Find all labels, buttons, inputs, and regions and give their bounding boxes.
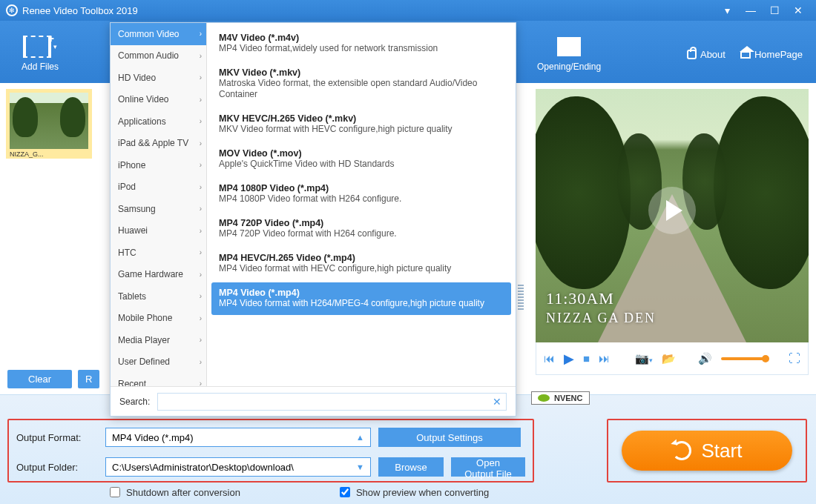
format-item[interactable]: MP4 HEVC/H.265 Video (*.mp4)MP4 Video fo… (211, 248, 511, 280)
format-item[interactable]: MP4 1080P Video (*.mp4)MP4 1080P Video f… (211, 178, 511, 210)
format-category-item[interactable]: Recent› (111, 373, 206, 386)
thumbnail-image (10, 93, 88, 149)
format-category-item[interactable]: Game Hardware› (111, 264, 206, 286)
opening-ending-icon (557, 37, 581, 56)
opening-ending-label: Opening/Ending (537, 62, 601, 72)
app-logo-icon: ✻ (6, 4, 18, 16)
format-category-item[interactable]: HD Video› (111, 67, 206, 89)
format-category-item[interactable]: Samsung› (111, 198, 206, 220)
opening-ending-button[interactable]: Opening/Ending (537, 32, 601, 72)
output-folder-label: Output Folder: (16, 462, 98, 473)
start-button[interactable]: Start (622, 431, 792, 471)
browse-button[interactable]: Browse (378, 457, 444, 477)
play-overlay-icon[interactable] (648, 187, 696, 234)
add-files-button[interactable]: +▾ Add Files (10, 32, 70, 72)
clear-search-icon[interactable]: ✕ (493, 396, 501, 408)
nvenc-badge: NVENC (531, 391, 590, 405)
stop-icon[interactable]: ■ (583, 352, 590, 365)
video-preview[interactable]: 11:30AM NIZZA GA DEN (536, 89, 809, 342)
remove-button[interactable]: R (78, 370, 99, 388)
preview-panel: 11:30AM NIZZA GA DEN ⏮ ▶ ■ ⏭ 📷▾ 📂 🔊 ⛶ (533, 83, 816, 394)
show-preview-checkbox[interactable]: Show preview when converting (337, 485, 489, 500)
next-icon[interactable]: ⏭ (599, 352, 610, 365)
output-format-label: Output Format: (16, 432, 98, 443)
homepage-link[interactable]: HomePage (740, 49, 803, 60)
lock-icon (687, 50, 697, 59)
splitter-handle[interactable] (518, 285, 524, 310)
refresh-icon (672, 441, 691, 460)
shutdown-checkbox[interactable]: Shutdown after conversion (107, 485, 240, 500)
format-category-item[interactable]: Applications› (111, 110, 206, 133)
about-link[interactable]: About (687, 49, 725, 60)
home-icon (740, 51, 751, 59)
start-highlight-box: Start (607, 419, 807, 483)
format-category-item[interactable]: Tablets› (111, 285, 206, 308)
format-category-list: Common Video›Common Audio›HD Video›Onlin… (111, 23, 207, 386)
output-folder-value: C:\Users\Administrator\Desktop\download\ (112, 462, 294, 473)
format-search-row: Search: ✕ (111, 386, 516, 416)
preview-time-text: 11:30AM (546, 289, 614, 308)
video-thumbnail[interactable]: NIZZA_G... (6, 89, 92, 159)
snapshot-icon[interactable]: 📷▾ (635, 352, 653, 365)
minimize-icon[interactable]: ― (739, 4, 763, 16)
search-label: Search: (119, 397, 150, 407)
prev-icon[interactable]: ⏮ (544, 352, 555, 365)
format-dropdown: Common Video›Common Audio›HD Video›Onlin… (110, 22, 516, 417)
format-category-item[interactable]: iPod› (111, 176, 206, 199)
format-category-item[interactable]: Online Video› (111, 89, 206, 111)
format-search-input[interactable] (162, 396, 493, 408)
preview-place-text: NIZZA GA DEN (546, 311, 656, 326)
format-item[interactable]: MP4 Video (*.mp4)MP4 Video format with H… (211, 282, 511, 315)
output-format-value: MP4 Video (*.mp4) (112, 432, 194, 443)
chevron-up-icon: ▲ (356, 433, 364, 442)
nvidia-eye-icon (538, 394, 550, 402)
volume-icon[interactable]: 🔊 (698, 352, 712, 365)
clear-button[interactable]: Clear (7, 370, 72, 388)
format-category-item[interactable]: iPhone› (111, 154, 206, 176)
format-category-item[interactable]: Common Audio› (111, 45, 206, 67)
format-category-item[interactable]: HTC› (111, 242, 206, 264)
format-item[interactable]: MOV Video (*.mov)Apple's QuickTime Video… (211, 143, 511, 176)
format-item-list: M4V Video (*.m4v)MP4 Video format,widely… (207, 23, 516, 386)
open-output-file-button[interactable]: Open Output File (451, 457, 525, 477)
format-category-item[interactable]: iPad && Apple TV› (111, 133, 206, 155)
format-item[interactable]: MKV HEVC/H.265 Video (*.mkv)MKV Video fo… (211, 108, 511, 141)
maximize-icon[interactable]: ☐ (763, 4, 786, 16)
film-icon: + (23, 36, 51, 58)
close-icon[interactable]: ✕ (786, 4, 810, 16)
fullscreen-icon[interactable]: ⛶ (789, 352, 800, 365)
format-item[interactable]: MP4 720P Video (*.mp4)MP4 720P Video for… (211, 213, 511, 245)
output-format-select[interactable]: MP4 Video (*.mp4) ▲ (105, 428, 371, 447)
player-controls: ⏮ ▶ ■ ⏭ 📷▾ 📂 🔊 ⛶ (536, 342, 809, 375)
format-category-item[interactable]: Media Player› (111, 329, 206, 351)
volume-slider[interactable] (721, 357, 766, 360)
add-files-label: Add Files (22, 62, 59, 72)
app-title: Renee Video Toolbox 2019 (22, 5, 138, 16)
start-label: Start (702, 440, 743, 462)
format-item[interactable]: MKV Video (*.mkv)Matroska Video format, … (211, 62, 511, 106)
chevron-down-icon: ▼ (356, 462, 364, 471)
output-folder-select[interactable]: C:\Users\Administrator\Desktop\download\… (105, 457, 371, 477)
open-folder-icon[interactable]: 📂 (662, 352, 676, 365)
thumbnail-caption: NIZZA_G... (10, 149, 88, 158)
title-bar: ✻ Renee Video Toolbox 2019 ▾ ― ☐ ✕ (0, 0, 816, 21)
play-icon[interactable]: ▶ (564, 351, 574, 367)
output-settings-button[interactable]: Output Settings (378, 428, 521, 447)
format-category-item[interactable]: Mobile Phone› (111, 308, 206, 330)
format-category-item[interactable]: User Defined› (111, 351, 206, 374)
format-item[interactable]: M4V Video (*.m4v)MP4 Video format,widely… (211, 27, 511, 60)
format-category-item[interactable]: Common Video› (111, 23, 206, 45)
dropdown-window-icon[interactable]: ▾ (715, 4, 739, 16)
format-category-item[interactable]: Huawei› (111, 220, 206, 242)
